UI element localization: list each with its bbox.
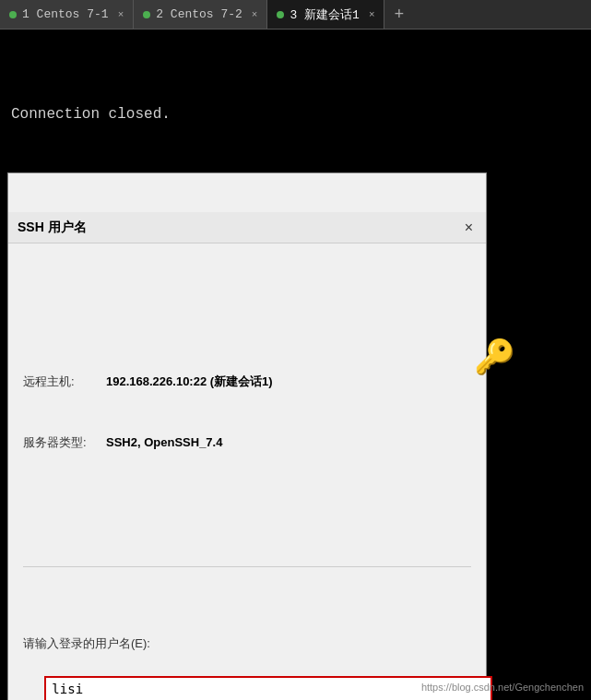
tab-label-3: 3 新建会话1 bbox=[290, 6, 359, 23]
tab-centos7-2[interactable]: 2 Centos 7-2 × bbox=[134, 0, 267, 29]
watermark: https://blog.csdn.net/Gengchenchen bbox=[421, 680, 584, 695]
tab-label-2: 2 Centos 7-2 bbox=[156, 7, 242, 21]
tab-status-dot-2 bbox=[143, 11, 150, 18]
tab-newses1[interactable]: 3 新建会话1 × bbox=[267, 0, 384, 29]
terminal-line-closed: Connection closed. bbox=[11, 103, 580, 125]
terminal-line-blank1 bbox=[11, 59, 580, 81]
terminal-line-blank2 bbox=[11, 148, 580, 170]
dialog-titlebar: SSH 用户名 × bbox=[8, 212, 486, 243]
server-type-value: SSH2, OpenSSH_7.4 bbox=[106, 433, 222, 452]
dialog-title: SSH 用户名 bbox=[18, 218, 87, 237]
tab-centos7-1[interactable]: 1 Centos 7-1 × bbox=[0, 0, 134, 29]
remote-host-label: 远程主机: bbox=[23, 373, 106, 391]
tab-label-1: 1 Centos 7-1 bbox=[22, 7, 109, 21]
tab-status-dot-3 bbox=[277, 11, 284, 18]
terminal: Connection closed. Disconnected from rem… bbox=[0, 30, 591, 700]
dialog-close-button[interactable]: × bbox=[461, 219, 477, 236]
server-type-label: 服务器类型: bbox=[23, 433, 106, 452]
ssh-dialog: SSH 用户名 × 远程主机: 192.168.226.10:22 (新建会话1… bbox=[7, 172, 487, 700]
dialog-info-left: 远程主机: 192.168.226.10:22 (新建会话1) 服务器类型: S… bbox=[23, 334, 425, 493]
dialog-separator bbox=[23, 566, 471, 567]
remote-host-value: 192.168.226.10:22 (新建会话1) bbox=[106, 373, 273, 391]
username-input-label: 请输入登录的用户名(E): bbox=[23, 635, 471, 653]
dialog-key-icon: 🔑 bbox=[425, 334, 471, 380]
tab-close-1[interactable]: × bbox=[118, 9, 124, 20]
tab-bar: 1 Centos 7-1 × 2 Centos 7-2 × 3 新建会话1 × … bbox=[0, 0, 591, 30]
dialog-body: 远程主机: 192.168.226.10:22 (新建会话1) 服务器类型: S… bbox=[8, 282, 486, 700]
dialog-info-section: 远程主机: 192.168.226.10:22 (新建会话1) 服务器类型: S… bbox=[23, 334, 471, 493]
tab-close-3[interactable]: × bbox=[369, 9, 375, 20]
server-type-row: 服务器类型: SSH2, OpenSSH_7.4 bbox=[23, 433, 425, 452]
tab-status-dot-1 bbox=[9, 11, 17, 18]
tab-close-2[interactable]: × bbox=[252, 9, 258, 20]
remote-host-row: 远程主机: 192.168.226.10:22 (新建会话1) bbox=[23, 373, 425, 391]
tab-new-button[interactable]: + bbox=[384, 0, 413, 29]
